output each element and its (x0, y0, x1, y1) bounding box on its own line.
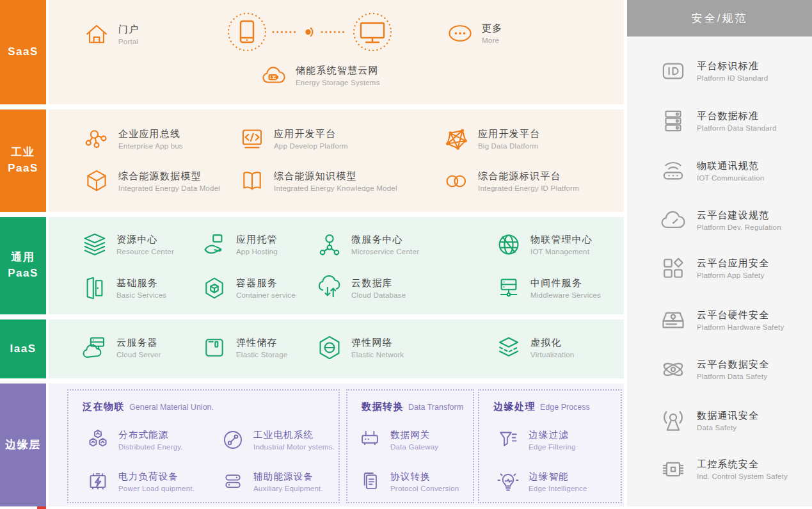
item-platform-id-standard: 平台标识标准 Platform ID Standard (659, 57, 768, 85)
item-label-en: Cloud Server (116, 351, 161, 359)
monitor-icon (352, 12, 393, 53)
storage-disk-icon (201, 334, 228, 361)
group-title-en: General Material Union. (129, 403, 214, 412)
item-container-service: 容器服务 Container service (201, 275, 296, 302)
cube-icon (83, 168, 110, 195)
item-industrial-motor-system: 工业电机系统 Industrial Motor ystems. (221, 428, 335, 452)
hand-hosting-icon (201, 231, 228, 258)
door-icon (81, 275, 108, 302)
item-label-en: IOT Communication (697, 174, 764, 182)
item-label-en: Big Data Dlatform (478, 142, 540, 150)
item-label-en: Distributed Energy. (118, 443, 183, 451)
item-power-load-equipment: 电力负荷设备 Power Load quipment. (86, 469, 195, 494)
item-data-communication-safety: 数据通讯安全 Data Safety (659, 407, 759, 435)
item-label-zh: 物联通讯规范 (697, 160, 764, 172)
item-basic-services: 基础服务 Basic Services (81, 275, 166, 302)
item-edge-filtering: 边缘过滤 Edge Filtering (496, 428, 576, 452)
item-big-data-platform: 应用开发平台 Big Data Dlatform (443, 125, 540, 152)
home-icon (83, 21, 110, 48)
item-label-en: Platform ID Standard (697, 74, 768, 82)
panel-header: 安全/规范 (627, 0, 812, 36)
device-link-group (227, 12, 393, 53)
item-label-zh: 辅助能源设备 (253, 471, 323, 483)
item-label-zh: 应用开发平台 (478, 128, 540, 140)
edge-group-header: 泛在物联General Material Union. (83, 401, 214, 413)
red-accent-mark (37, 506, 46, 509)
band-saas: 门户 Portal 更多 More 储能系统智慧云网 Energy Storag… (49, 0, 624, 104)
item-platform-hardware-safety: 云平台硬件安全 Platform Hardware Safety (659, 306, 784, 334)
motor-icon (221, 428, 245, 452)
item-label-en: App Hosting (236, 248, 278, 255)
item-platform-data-standard: 平台数据标准 Platform Data Standard (659, 107, 777, 135)
item-label-en: Elastic Storage (236, 351, 287, 359)
band-general-paas: 资源中心 Resource Center 应用托管 App Hosting 微服… (49, 217, 624, 314)
item-label-zh: 储能系统智慧云网 (296, 65, 380, 77)
item-label-en: More (482, 36, 502, 44)
item-middleware-services: 中间件服务 Middleware Services (495, 275, 601, 302)
item-platform-dev-regulation: 云平台建设规范 Platform Dev. Regulation (659, 206, 781, 234)
item-label-en: Power Load quipment. (118, 485, 195, 492)
gateway-router-icon (358, 428, 382, 452)
app-grid-icon (659, 254, 687, 282)
cloud-icon (659, 206, 687, 234)
item-energy-id-platform: 综合能源标识平台 Integrated Energy ID Platform (443, 168, 579, 195)
group-title-zh: 边缘处理 (493, 401, 536, 412)
item-label-en: Edge Intelligence (529, 485, 587, 492)
dotted-connector (320, 29, 348, 35)
item-distributed-energy: 分布式能源 Distributed Energy. (86, 428, 183, 452)
item-label-en: Ind. Control System Safety (697, 473, 788, 480)
item-label-en: Integrated Energy ID Platform (478, 184, 579, 192)
item-platform-app-safety: 云平台应用安全 Platform App Safety (659, 254, 769, 282)
band-edge-layer: 泛在物联General Material Union. 分布式能源 Distri… (49, 384, 624, 506)
ellipsis-icon (447, 20, 474, 47)
rail-edge-layer: 边缘层 (0, 384, 46, 506)
item-label-zh: 企业应用总线 (118, 128, 183, 140)
item-label-zh: 电力负荷设备 (118, 471, 195, 483)
item-label-en: Platform App Safety (697, 271, 769, 279)
link-node-icon (303, 26, 316, 38)
item-label-en: Integrated Energy Knowledge Model (274, 184, 397, 192)
item-label-en: Edge Filtering (529, 443, 576, 451)
rail-general-paas: 通用 PaaS (0, 217, 46, 314)
id-badge-icon (659, 57, 687, 85)
rail-iaas: IaaS (0, 319, 46, 378)
item-label-en: Enterprise App bus (118, 142, 183, 150)
item-label-zh: 综合能源知识模型 (274, 170, 397, 182)
cloud-battery-icon (260, 62, 287, 89)
documents-icon (358, 469, 382, 494)
item-label-zh: 数据通讯安全 (697, 410, 759, 422)
item-label-en: Cloud Database (351, 291, 406, 299)
item-platform-data-safety: 云平台数据安全 Platform Data Safety (659, 355, 769, 384)
item-label-zh: 物联管理中心 (530, 234, 593, 246)
globe-icon (495, 231, 522, 258)
phone-icon (227, 12, 267, 53)
group-title-zh: 数据转换 (362, 401, 404, 412)
item-label-en: Microservice Center (351, 248, 419, 255)
atom-icon (659, 355, 687, 384)
item-label-en: Virtualization (530, 351, 574, 359)
panel-title: 安全/规范 (692, 11, 748, 26)
item-auxiliary-equipment: 辅助能源设备 Auxiliary Equipment. (221, 469, 323, 494)
item-label-en: IOT Management (530, 248, 593, 255)
item-edge-intelligence: 边缘智能 Edge Intelligence (496, 469, 587, 494)
group-title-en: Edge Process (540, 403, 590, 412)
item-label-zh: 平台标识标准 (697, 60, 768, 72)
item-label-zh: 工控系统安全 (697, 458, 788, 471)
item-label-zh: 平台数据标准 (697, 110, 777, 122)
item-label-en: Data Gateway (390, 443, 438, 451)
layers-icon (81, 231, 108, 258)
item-elastic-storage: 弹性储存 Elastic Storage (201, 334, 287, 361)
microservice-icon (316, 231, 343, 258)
item-portal: 门户 Portal (83, 21, 139, 48)
capsules-icon (221, 469, 245, 494)
item-label-zh: 应用开发平台 (274, 128, 348, 140)
item-label-zh: 分布式能源 (118, 429, 183, 441)
item-label-zh: 虚拟化 (530, 337, 574, 349)
item-energy-storage-cloud: 储能系统智慧云网 Energy Storage Systems (260, 62, 380, 89)
item-protocol-conversion: 协议转换 Protocol Conversion (358, 469, 459, 494)
cloud-server-icon (81, 334, 108, 361)
edge-group-header: 边缘处理Edge Process (493, 401, 590, 413)
network-graph-icon (443, 125, 470, 152)
virtualization-layers-icon (495, 334, 522, 361)
item-cloud-server: 云服务器 Cloud Server (81, 334, 161, 361)
